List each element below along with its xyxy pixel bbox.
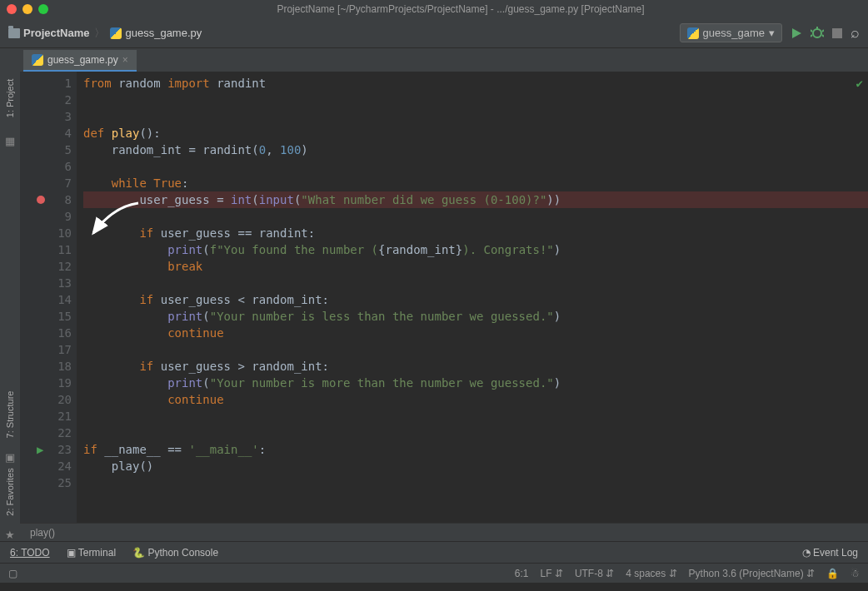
code-line[interactable]: if __name__ == '__main__': <box>83 441 868 458</box>
line-number[interactable]: 7 <box>20 175 72 191</box>
code-line[interactable] <box>83 275 868 291</box>
tool-window-structure[interactable]: 7: Structure <box>5 391 15 439</box>
line-number[interactable]: 1 <box>20 75 72 92</box>
line-number[interactable]: 17 <box>20 341 72 358</box>
breadcrumb-file[interactable]: guess_game.py <box>110 27 202 39</box>
run-config-name: guess_game <box>703 27 765 39</box>
run-button[interactable] <box>791 27 802 39</box>
code-editor[interactable]: 1234567891011121314151617181920212223▶24… <box>20 72 868 523</box>
search-everywhere-icon[interactable]: ⌕ <box>851 24 860 42</box>
code-line[interactable]: break <box>83 258 868 275</box>
line-number[interactable]: 4 <box>20 125 72 142</box>
code-line[interactable] <box>83 158 868 175</box>
tool-window-favorites[interactable]: 2: Favorites <box>5 468 15 515</box>
code-line[interactable]: print("Your number is more than the numb… <box>83 375 868 391</box>
chevron-down-icon: ▾ <box>769 27 775 39</box>
inspection-ok-icon: ✔ <box>856 75 863 92</box>
tool-window-todo[interactable]: 6: TODO <box>10 547 50 559</box>
line-number[interactable]: 6 <box>20 158 72 175</box>
left-tool-sidebar: 1: Project ▦ 7: Structure ▣ 2: Favorites… <box>0 72 20 541</box>
tool-window-project[interactable]: 1: Project <box>5 79 15 117</box>
code-line[interactable]: continue <box>83 325 868 341</box>
line-number[interactable]: 20 <box>20 391 72 408</box>
code-line[interactable] <box>83 474 868 491</box>
indent-config[interactable]: 4 spaces ⇵ <box>626 568 676 579</box>
project-icon: ▦ <box>5 135 15 147</box>
line-number[interactable]: 3 <box>20 108 72 125</box>
file-tab-guess-game[interactable]: guess_game.py × <box>23 50 137 72</box>
close-window-button[interactable] <box>7 4 17 14</box>
tool-window-terminal[interactable]: ▣ Terminal <box>67 547 116 559</box>
breadcrumb-project[interactable]: ProjectName <box>8 27 89 39</box>
code-line[interactable]: while True: <box>83 175 868 191</box>
svg-marker-0 <box>792 28 801 38</box>
code-line[interactable]: print("Your number is less than the numb… <box>83 308 868 325</box>
svg-line-3 <box>811 30 812 32</box>
line-separator[interactable]: LF ⇵ <box>541 568 563 579</box>
gutter[interactable]: 1234567891011121314151617181920212223▶24… <box>20 72 77 523</box>
line-number[interactable]: 22 <box>20 425 72 441</box>
close-tab-icon[interactable]: × <box>122 54 128 66</box>
code-line[interactable]: if user_guess > random_int: <box>83 358 868 375</box>
minimize-window-button[interactable] <box>22 4 32 14</box>
code-line[interactable]: if user_guess < random_int: <box>83 291 868 308</box>
code-line[interactable] <box>83 92 868 108</box>
file-tab-label: guess_game.py <box>47 54 118 66</box>
code-line[interactable]: user_guess = int(input("What number did … <box>83 191 868 208</box>
line-number[interactable]: 9 <box>20 208 72 225</box>
tool-window-python-console[interactable]: 🐍 Python Console <box>132 547 218 559</box>
line-number[interactable]: 5 <box>20 142 72 158</box>
maximize-window-button[interactable] <box>38 4 48 14</box>
event-log-button[interactable]: ◔ Event Log <box>802 547 858 559</box>
stop-button[interactable] <box>832 28 842 38</box>
line-number[interactable]: 23▶ <box>20 441 72 458</box>
code-line[interactable]: from random import randint <box>83 75 868 92</box>
line-number[interactable]: 11 <box>20 241 72 258</box>
line-number[interactable]: 21 <box>20 408 72 425</box>
navbar: ProjectName 〉 guess_game.py guess_game ▾… <box>0 18 868 48</box>
code-line[interactable]: if user_guess == randint: <box>83 225 868 241</box>
breakpoint-marker[interactable] <box>37 196 45 204</box>
code-line[interactable] <box>83 408 868 425</box>
code-line[interactable]: continue <box>83 391 868 408</box>
code-line[interactable] <box>83 208 868 225</box>
line-number[interactable]: 16 <box>20 325 72 341</box>
code-line[interactable]: play() <box>83 458 868 474</box>
code-line[interactable] <box>83 425 868 441</box>
code-line[interactable]: random_int = randint(0, 100) <box>83 142 868 158</box>
code-line[interactable] <box>83 108 868 125</box>
line-number[interactable]: 2 <box>20 92 72 108</box>
favorites-icon: ★ <box>5 529 15 541</box>
line-number[interactable]: 25 <box>20 474 72 491</box>
debug-button[interactable] <box>811 27 824 40</box>
line-number[interactable]: 14 <box>20 291 72 308</box>
code-area[interactable]: from random import randintdef play(): ra… <box>77 72 868 523</box>
python-file-icon <box>32 54 43 66</box>
ide-status-icon[interactable]: ☃ <box>851 568 860 579</box>
line-number[interactable]: 12 <box>20 258 72 275</box>
line-number[interactable]: 8 <box>20 191 72 208</box>
code-line[interactable]: def play(): <box>83 125 868 142</box>
python-interpreter[interactable]: Python 3.6 (ProjectName) ⇵ <box>689 568 815 579</box>
python-file-icon <box>687 27 699 39</box>
run-config-selector[interactable]: guess_game ▾ <box>680 23 782 42</box>
readonly-toggle-icon[interactable]: 🔒 <box>826 568 839 579</box>
line-number[interactable]: 24 <box>20 458 72 474</box>
run-gutter-icon[interactable]: ▶ <box>37 441 43 458</box>
window-title: ProjectName [~/PycharmProjects/ProjectNa… <box>60 3 861 15</box>
status-quick-access[interactable]: ▢ <box>8 568 17 579</box>
code-line[interactable]: print(f"You found the number ({random_in… <box>83 241 868 258</box>
line-number[interactable]: 15 <box>20 308 72 325</box>
svg-point-1 <box>813 29 821 37</box>
line-number[interactable]: 13 <box>20 275 72 291</box>
code-line[interactable] <box>83 341 868 358</box>
bottom-toolbar: 6: TODO ▣ Terminal 🐍 Python Console ◔ Ev… <box>0 541 868 563</box>
svg-line-6 <box>822 35 824 37</box>
window-controls <box>7 4 48 14</box>
file-encoding[interactable]: UTF-8 ⇵ <box>575 568 614 579</box>
structure-icon: ▣ <box>5 451 15 464</box>
caret-position[interactable]: 6:1 <box>515 568 529 579</box>
line-number[interactable]: 18 <box>20 358 72 375</box>
line-number[interactable]: 19 <box>20 375 72 391</box>
line-number[interactable]: 10 <box>20 225 72 241</box>
